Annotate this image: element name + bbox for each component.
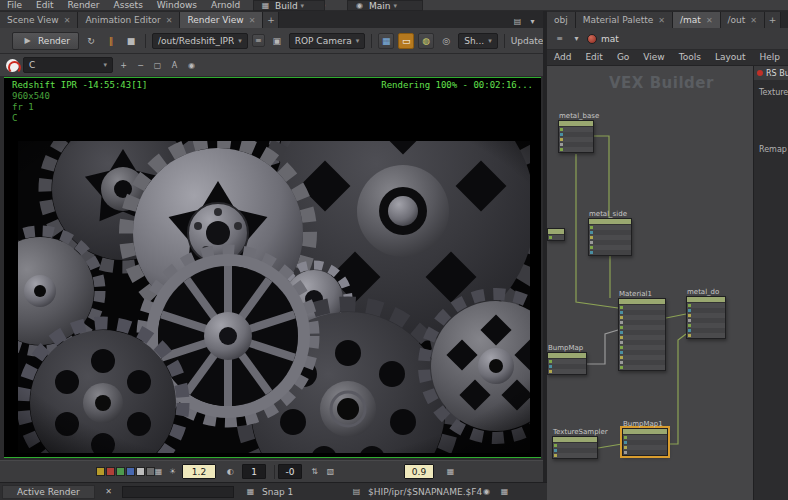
tab-animation-editor[interactable]: Animation Editor✕ [78,12,180,28]
list-icon[interactable]: ≡ [553,32,566,45]
rop-path-dropdown[interactable]: /out/Redshift_IPR ▾ [152,33,248,49]
network-node-bumpmap1[interactable]: BumpMap1 [622,428,668,456]
menu-item-layout[interactable]: Layout [708,52,753,63]
camera-dropdown[interactable]: ROP Camera ▾ [289,33,365,49]
left-pane-tabbar: Scene View✕Animation Editor✕Render View✕… [0,11,543,28]
channel-swatch[interactable] [116,467,125,476]
network-node-material1[interactable]: Material1 [618,298,666,371]
stop-icon[interactable]: ■ [123,33,139,49]
shader-value: Sh... [464,36,484,46]
tab-close-icon[interactable]: ✕ [249,16,256,25]
menu-item-render[interactable]: Render [61,0,107,11]
network-node-metal_base[interactable]: metal_base [558,120,594,153]
menu-item-file[interactable]: File [0,0,29,11]
magnify-icon[interactable]: ◎ [438,33,454,49]
network-editor[interactable]: VEX Builder metal_basemetal_sideMaterial… [547,66,753,500]
menu-item-help[interactable]: Help [753,52,788,63]
tab-close-icon[interactable]: ✕ [658,16,665,25]
new-tab-button[interactable]: + [765,12,781,28]
pane-chevron-icon[interactable]: ▾ [526,15,539,28]
render-canvas[interactable]: Redshift IPR -14:55:43[1] 960x540 fr 1 C… [4,77,541,458]
menu-item-edit[interactable]: Edit [578,52,609,63]
contrast-icon[interactable]: ◐ [224,465,237,478]
tab-close-icon[interactable]: ✕ [706,16,713,25]
network-node-texturesampler[interactable]: TextureSampler [552,436,598,459]
left-tabs: Scene View✕Animation Editor✕Render View✕ [0,12,263,28]
active-render-tab[interactable]: Active Render [2,485,95,499]
grid-icon[interactable]: ▦ [152,465,165,478]
refresh-icon[interactable]: ↻ [83,33,99,49]
tab--mat[interactable]: /mat✕ [673,12,721,28]
channel-swatch[interactable] [126,467,135,476]
letter-a-icon[interactable]: A [168,59,181,72]
close-icon[interactable]: ✕ [102,485,115,498]
pause-icon[interactable]: ‖ [103,33,119,49]
grid-icon[interactable]: ▦ [498,485,511,498]
status-field[interactable] [122,486,234,498]
snap-label[interactable]: Snap 1 [262,487,293,497]
target-icon[interactable]: ◉ [185,59,198,72]
menu-item-tools[interactable]: Tools [672,52,708,63]
menu-item-add[interactable]: Add [547,52,578,63]
shelf-set-build[interactable]: ▦ Build ▾ [253,0,325,11]
desktop-select-main[interactable]: ◉ Main ▾ [347,0,423,11]
menu-item-edit[interactable]: Edit [29,0,60,11]
offset-input[interactable]: -0 [278,464,302,479]
rop-list-icon[interactable]: ≡ [252,34,265,47]
frame-icon[interactable]: ▢ [151,59,164,72]
snap-icon[interactable]: ▦ [244,485,257,498]
render-region-icon[interactable]: ▭ [398,33,414,49]
lightbulb-icon[interactable]: ◍ [418,33,434,49]
tab-close-icon[interactable]: ✕ [64,16,71,25]
target-icon: ◉ [353,0,366,12]
network-node-bumpmap[interactable]: BumpMap [547,352,587,375]
parameter-panel-header[interactable]: RS Bui [754,66,788,80]
menu-item-go[interactable]: Go [610,52,636,63]
tab-render-view[interactable]: Render View✕ [180,12,263,28]
new-tab-button[interactable]: + [263,12,279,28]
menu-item-arnold[interactable]: Arnold [204,0,247,11]
chevron-down-icon: ▾ [394,2,398,10]
menu-item-view[interactable]: View [636,52,671,63]
display-plane-dropdown[interactable]: C ▾ [23,57,113,73]
levels-icon[interactable]: ▧ [324,465,337,478]
node-label: Material1 [619,290,652,298]
pane-menu-icon[interactable]: ▤ [511,15,524,28]
tab-close-icon[interactable]: ✕ [166,16,173,25]
brightness-icon[interactable]: ☀ [166,465,179,478]
render-button[interactable]: ▶ Render [12,32,79,50]
network-path[interactable]: mat [601,34,619,44]
tab--out[interactable]: /out✕ [721,12,765,28]
node-label: BumpMap [548,344,583,352]
tab-obj[interactable]: obj [547,12,576,28]
contrast-input[interactable]: 1 [242,464,266,479]
node-row [548,235,564,240]
gamma-input[interactable]: 1.2 [182,464,216,479]
folder-icon[interactable]: ▤ [350,485,363,498]
zoom-out-icon[interactable]: − [134,59,147,72]
channel-swatch[interactable] [136,467,145,476]
chevron-down-icon[interactable]: ▾ [570,32,583,45]
node-row [687,333,725,338]
swap-icon[interactable]: ⇅ [308,465,321,478]
render-viewport[interactable]: Redshift IPR -14:55:43[1] 960x540 fr 1 C… [0,77,543,460]
grid-icon[interactable]: ▦ [444,465,457,478]
tab-scene-view[interactable]: Scene View✕ [0,12,78,28]
channel-swatch[interactable] [106,467,115,476]
menu-item-assets[interactable]: Assets [107,0,150,11]
node-row [559,147,593,152]
shader-dropdown[interactable]: Sh... ▾ [458,33,498,49]
tab-close-icon[interactable]: ✕ [750,16,757,25]
network-node-metal_do[interactable]: metal_do [686,296,726,339]
camera-icon[interactable]: ▣ [269,33,285,49]
shelf-set-label: Build [275,1,298,11]
network-node[interactable] [547,228,565,241]
photo-icon[interactable]: ◉ [480,485,493,498]
preview-toggle-icon[interactable]: ▦ [378,33,394,49]
tab-material-palette[interactable]: Material Palette✕ [576,12,673,28]
gain-input[interactable]: 0.9 [404,464,434,479]
menu-item-windows[interactable]: Windows [150,0,204,11]
zoom-in-icon[interactable]: + [117,59,130,72]
channel-swatch[interactable] [96,467,105,476]
network-node-metal_side[interactable]: metal_side [588,218,632,256]
